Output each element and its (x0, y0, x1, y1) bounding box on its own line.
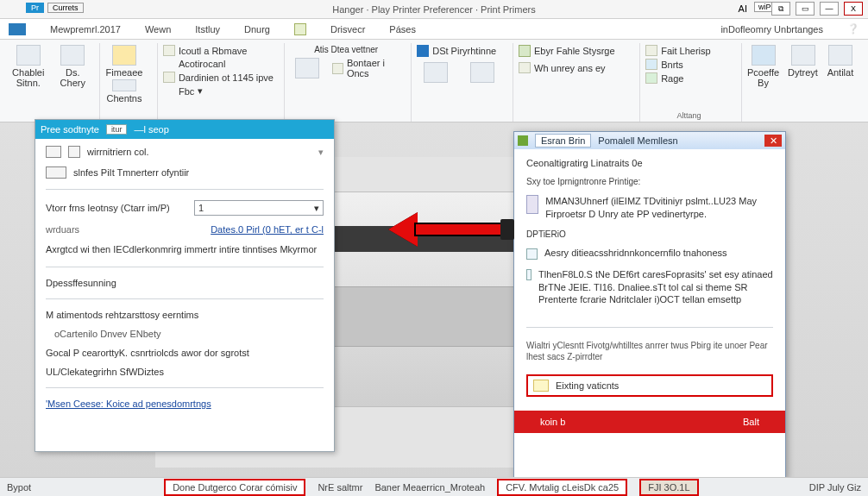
settings-panel-header[interactable]: Pree sodtnyte itur —l seop (35, 120, 334, 139)
ribbon-btn-g7a[interactable]: Pcoeffe By (747, 45, 779, 88)
dialog-btn-2[interactable]: Balt (743, 417, 759, 427)
window-icon (46, 146, 61, 158)
panel-row-2[interactable]: slnfes PiIt Tmnerterr ofyntiir (46, 166, 324, 179)
tab-4[interactable]: Wewn (145, 24, 171, 35)
file-input-highlight[interactable]: Eixting vaticnts (526, 374, 773, 397)
dialog-titlebar[interactable]: Esran Brin Pomalell Memllesn ✕ (514, 132, 785, 149)
status-7-highlight[interactable]: CFV. Mvtalig cLeisDk ca25 (497, 479, 627, 496)
ribbon-btn-g7c[interactable]: Antilat (827, 45, 854, 78)
status-bar: Bypot Done Dutgerco Corar cómisiv NrE sa… (0, 477, 868, 496)
tab-6[interactable]: Dnurg (244, 24, 270, 35)
ribbon-item-b[interactable]: Acotirocanl (163, 59, 275, 69)
ribbon-btn-g7a-label: Pcoeffe By (747, 67, 779, 88)
dialog-para-2: Aesry ditieacsshridnnkoncernfilo tnahone… (526, 248, 773, 260)
ribbon-btn-g4b[interactable] (463, 62, 501, 83)
panel-footer-link[interactable]: 'Msen Ceese: Koice ad penesdomrtngs (46, 399, 211, 409)
panel-row-9[interactable]: Gocal P cearorttyK. csnrtriolcds awor do… (46, 348, 324, 358)
ribbon-btn-g7b[interactable]: Dytreyt (788, 45, 818, 78)
status-2-highlight[interactable]: Done Dutgerco Corar cómisiv (164, 479, 305, 496)
tab-9[interactable]: inDofleomry Unbrtanges (720, 24, 823, 35)
ribbon-btn-4[interactable]: Chentns (105, 79, 143, 104)
doc-icon (68, 146, 80, 158)
file-tab-icon[interactable] (9, 23, 26, 35)
panel-hdr-c: —l seop (134, 124, 168, 135)
ribbon: Chablei Sitnn. Ds. Chery Fimeaee Chentns… (0, 40, 868, 122)
ribbon-item-g5[interactable]: Wh unrey ans ey (519, 62, 631, 73)
panel-row-7[interactable]: M atimentods rehtzarsttosy eerntims (46, 310, 324, 320)
panel-row-1[interactable]: wirrnitriern col.▾ (46, 146, 324, 158)
dialog-close-icon[interactable]: ✕ (764, 135, 782, 147)
group6-label: Alttang (645, 111, 733, 122)
ribbon-btn-3[interactable]: Fimeaee (105, 45, 143, 78)
info-icon (526, 269, 531, 280)
ribbon-item-g6b-label: Bnrts (661, 60, 683, 70)
ribbon-btn-g4a[interactable] (417, 62, 455, 83)
tab-3[interactable]: Mewpremrl.2017 (50, 24, 121, 35)
dialog-btn-1[interactable]: koin b (540, 417, 565, 427)
ribbon-btn-g3a[interactable] (290, 58, 324, 78)
status-1: Bypot (7, 482, 31, 493)
chevron-down-icon[interactable]: ▾ (198, 85, 203, 97)
ribbon-item-d-label: Fbc (179, 86, 194, 97)
dates-link[interactable]: Dates.0 Pirl (0 hET, er t C-l (211, 224, 324, 235)
ribbon-item-d[interactable]: Fbc▾ (163, 85, 275, 97)
dialog-para-2a-text: Aesry ditieacsshridnnkoncernfilo tnahone… (544, 248, 727, 258)
window-title: Hanger · Play Printer Preferencer · Prin… (7, 4, 861, 15)
ribbon-btn-2[interactable]: Ds. Chery (55, 45, 91, 88)
group4-header: DSt Piryrhtinne (417, 45, 504, 57)
dialog-question: Wialtri yClesntt Fivotg/whtilltes anrrer… (526, 340, 773, 362)
ribbon-item-g3[interactable]: Bontaer i Oncs (332, 58, 402, 78)
tab-8[interactable]: Páses (389, 24, 416, 35)
ribbon-item-g6c[interactable]: Rage (645, 72, 733, 84)
tab-icon (294, 23, 306, 35)
ai-indicator: AI (739, 3, 747, 14)
ribbon-btn-g7b-label: Dytreyt (788, 67, 818, 78)
minimize-button[interactable]: — (820, 2, 839, 16)
ribbon-item-g6a[interactable]: Fait Lherisp (645, 45, 733, 56)
dialog-tab-2[interactable]: Pomalell Memllesn (598, 135, 677, 146)
help-icon[interactable]: ❔ (847, 23, 859, 35)
ribbon-item-c[interactable]: Dardinien ot 1145 ipve (163, 72, 275, 83)
copies-combo[interactable]: 1▾ (194, 200, 324, 216)
ribbon-tabs: File Our Mewpremrl.2017 Wewn Itstluy Dnu… (0, 19, 868, 40)
qat-badge[interactable]: Pr (26, 3, 44, 13)
info-icon (526, 248, 538, 260)
close-button[interactable]: X (844, 2, 863, 16)
ribbon-item-b-label: Acotirocanl (179, 59, 225, 69)
chevron-down-icon[interactable]: ▾ (318, 147, 324, 158)
panel-row-10[interactable]: UL/Clekategrirhn SfWDiztes (46, 367, 324, 377)
dialog-button-bar: koin b Balt (514, 411, 785, 433)
ribbon-btn-g7c-label: Antilat (827, 67, 854, 78)
printer-icon (46, 166, 66, 179)
panel-row-6[interactable]: Dpessffesunning (46, 278, 324, 288)
ribbon-btn-1[interactable]: Chablei Sitnn. (10, 45, 47, 88)
window-tool2-icon[interactable]: ▭ (796, 2, 815, 16)
panel-hdr-a: Pree sodtnyte (41, 124, 99, 135)
list-icon (519, 62, 531, 73)
chevron-down-icon[interactable]: ▾ (314, 203, 319, 214)
panel-row-2-label: slnfes PiIt Tmnerterr ofyntiir (73, 167, 189, 178)
dialog-tab-1[interactable]: Esran Brin (535, 134, 591, 148)
panel-row-3: Vtorr frns Ieotnsy (Ctarr im/P)1▾ (46, 200, 324, 216)
ribbon-item-g3-label: Bontaer i Oncs (347, 58, 402, 78)
folder-icon (533, 380, 549, 392)
list-icon (645, 59, 657, 70)
settings-panel: Pree sodtnyte itur —l seop wirrnitriern … (35, 119, 335, 452)
panel-hdr-seg[interactable]: itur (106, 124, 128, 135)
share-icon (519, 45, 531, 57)
qat-button[interactable]: Currets (47, 3, 84, 13)
tab-7[interactable]: Drisvecr (330, 24, 365, 35)
tab-5[interactable]: Itstluy (195, 24, 220, 35)
panel-row-8[interactable]: oCartenilo Dnvev ENbety (46, 329, 324, 339)
doc-icon (332, 63, 343, 74)
status-8-highlight[interactable]: FJI 3O.1L (639, 479, 698, 496)
panel-row-4: wrduarsDates.0 Pirl (0 hET, er t C-l (46, 224, 324, 235)
dialog-subheading: Sxy toe Iprnigntronre Printige: (526, 177, 773, 186)
window-tool-icon[interactable]: ⧉ (771, 2, 790, 16)
config-dialog: Esran Brin Pomalell Memllesn ✕ Ceonaltig… (513, 131, 786, 480)
ribbon-item-g6b[interactable]: Bnrts (645, 59, 733, 70)
dialog-para-1: MMAN3Uhnerf (ilEIMZ TDvitiniyr pslmt..LU… (526, 195, 773, 221)
ribbon-btn-3-label: Fimeaee (106, 67, 143, 78)
ribbon-item-g6c-label: Rage (661, 73, 683, 84)
ribbon-item-a[interactable]: Icoutl a Rbmave (163, 45, 275, 56)
